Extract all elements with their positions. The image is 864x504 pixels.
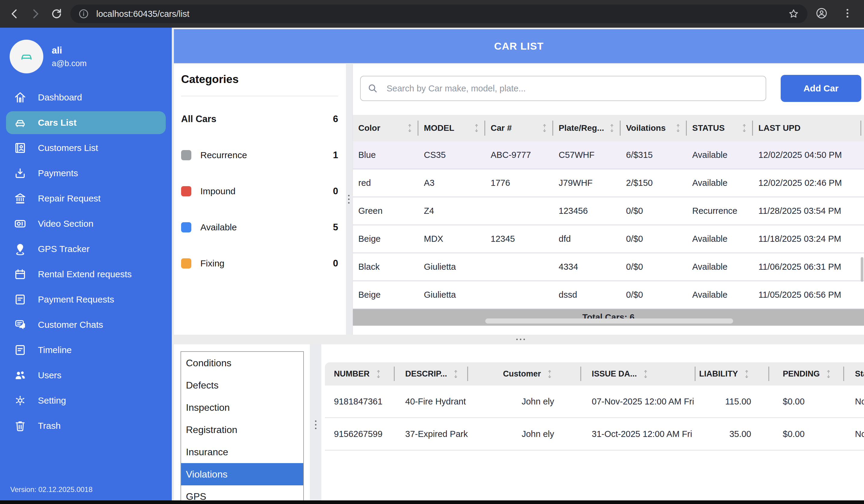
column-header-status[interactable]: STATUS: [687, 115, 753, 142]
sort-icon[interactable]: [674, 123, 683, 133]
user-profile[interactable]: ali a@b.com: [0, 28, 172, 73]
cars-toolbar: Add Car: [360, 75, 864, 102]
category-fixing[interactable]: Fixing 0: [181, 258, 338, 269]
column-header-plate[interactable]: Plate/Reg...: [553, 115, 621, 142]
column-header-number[interactable]: NUMBER: [325, 362, 395, 385]
cell-pending: $0.00: [769, 385, 844, 417]
sidebar-item-gps-tracker[interactable]: GPS Tracker: [6, 237, 166, 260]
url-text[interactable]: localhost:60435/cars/list: [96, 9, 788, 19]
page-title-band: CAR LIST: [174, 29, 864, 63]
category-available[interactable]: Available 5: [181, 222, 338, 233]
sidebar-item-setting[interactable]: Setting: [6, 389, 166, 412]
horizontal-scrollbar[interactable]: [485, 318, 733, 323]
category-all-cars[interactable]: All Cars 6: [181, 114, 338, 124]
sidebar-item-label: Dashboard: [38, 92, 82, 102]
sort-icon[interactable]: [824, 369, 833, 379]
car-row[interactable]: Blue CS35 ABC-9777 C57WHF 6/$315 Availab…: [353, 142, 864, 169]
browser-menu-icon[interactable]: [841, 7, 854, 21]
reload-icon[interactable]: [50, 7, 63, 21]
category-count: 5: [333, 222, 338, 233]
category-label: Recurrence: [200, 150, 247, 160]
site-info-icon[interactable]: [78, 9, 89, 19]
cell-violations: 0/$0: [621, 225, 687, 253]
available-color-swatch: [181, 222, 191, 232]
column-header-liability[interactable]: LIABILITY: [696, 362, 769, 385]
cell-car-number: [485, 197, 553, 225]
sort-icon[interactable]: [472, 123, 481, 133]
tab-inspection[interactable]: Inspection: [181, 396, 303, 419]
column-header-description[interactable]: DESCRIP...: [395, 362, 468, 385]
cell-last-updated: 12/02/2025 02:46 PM: [753, 169, 861, 197]
column-header-pending[interactable]: PENDING: [769, 362, 844, 385]
cell-color: Beige: [353, 281, 419, 309]
car-row[interactable]: Beige MDX 12345 dfd 0/$0 Available 11/18…: [353, 225, 864, 253]
bookmark-star-icon[interactable]: [788, 8, 800, 20]
sidebar-item-timeline[interactable]: Timeline: [6, 339, 166, 361]
car-search-box[interactable]: [360, 76, 766, 101]
sidebar-item-cars-list[interactable]: Cars List: [6, 111, 166, 134]
sidebar-item-rental-extend[interactable]: Rental Extend requests: [6, 263, 166, 286]
sort-icon[interactable]: [740, 123, 749, 133]
column-header-violations[interactable]: Voilations: [621, 115, 687, 142]
sidebar-item-label: Payments: [38, 168, 78, 178]
sort-icon[interactable]: [641, 369, 650, 379]
violation-row[interactable]: 9181847361 40-Fire Hydrant John ely 07-N…: [325, 385, 864, 418]
detail-resize-handle[interactable]: [314, 420, 317, 429]
sidebar-item-dashboard[interactable]: Dashboard: [6, 86, 166, 109]
section-resize-handle[interactable]: [516, 339, 525, 340]
category-recurrence[interactable]: Recurrence 1: [181, 150, 338, 161]
forward-icon[interactable]: [29, 7, 42, 21]
sort-icon[interactable]: [742, 369, 751, 379]
back-icon[interactable]: [8, 7, 21, 21]
car-row[interactable]: Green Z4 123456 0/$0 Recurrence 11/28/20…: [353, 197, 864, 225]
cell-model: Giulietta: [419, 253, 485, 281]
column-header-color[interactable]: Color: [353, 115, 419, 142]
tab-insurance[interactable]: Insurance: [181, 441, 303, 463]
cell-issue-date: 31-Oct-2025 12:00 AM Fri: [581, 418, 696, 450]
add-car-button[interactable]: Add Car: [781, 75, 861, 102]
profile-icon[interactable]: [815, 7, 828, 21]
column-header-issue-date[interactable]: ISSUE DA...: [581, 362, 696, 385]
column-header-customer[interactable]: Customer: [468, 362, 581, 385]
cell-model: A3: [419, 169, 485, 197]
car-row[interactable]: Beige Giulietta dssd 0/$0 Available 11/0…: [353, 281, 864, 309]
sidebar-item-payments[interactable]: Payments: [6, 162, 166, 185]
sidebar-item-label: Customers List: [38, 143, 98, 153]
car-search-input[interactable]: [387, 84, 760, 94]
sidebar-item-customers-list[interactable]: Customers List: [6, 136, 166, 159]
sidebar-item-video-section[interactable]: Video Section: [6, 212, 166, 235]
sidebar-item-payment-requests[interactable]: Payment Requests: [6, 288, 166, 311]
category-impound[interactable]: Impound 0: [181, 186, 338, 197]
car-row[interactable]: Black Giulietta 4334 0/$0 Available 11/0…: [353, 253, 864, 281]
url-bar[interactable]: localhost:60435/cars/list: [70, 4, 807, 23]
column-header-model[interactable]: MODEL: [419, 115, 485, 142]
category-label: Available: [200, 222, 237, 232]
cell-last-updated: 11/28/2025 03:54 PM: [753, 197, 861, 225]
column-header-status[interactable]: Sta: [844, 362, 864, 385]
page-scrollbar[interactable]: [861, 257, 863, 282]
sort-icon[interactable]: [540, 123, 549, 133]
sidebar-item-users[interactable]: Users: [6, 364, 166, 387]
calendar-icon: [13, 267, 27, 281]
panel-resize-handle[interactable]: [347, 195, 350, 204]
sidebar-item-customer-chats[interactable]: Customer Chats: [6, 314, 166, 336]
sidebar-item-repair-request[interactable]: Repair Request: [6, 187, 166, 210]
violation-row[interactable]: 9156267599 37-Expired Parking Meter John…: [325, 418, 864, 451]
gear-icon: [13, 394, 27, 407]
sidebar-item-trash[interactable]: Trash: [6, 414, 166, 437]
cell-violations: 2/$150: [621, 169, 687, 197]
cell-status: Available: [687, 281, 753, 309]
sort-icon[interactable]: [545, 369, 554, 379]
sort-icon[interactable]: [608, 123, 616, 133]
column-header-car-number[interactable]: Car #: [485, 115, 553, 142]
tab-defects[interactable]: Defects: [181, 374, 303, 396]
sort-icon[interactable]: [405, 123, 414, 133]
tab-conditions[interactable]: Conditions: [181, 352, 303, 374]
tab-registration[interactable]: Registration: [181, 419, 303, 441]
screen: localhost:60435/cars/list ali a@b.com: [0, 0, 864, 504]
tab-violations[interactable]: Violations: [181, 463, 303, 485]
car-row[interactable]: red A3 1776 J79WHF 2/$150 Available 12/0…: [353, 169, 864, 197]
sort-icon[interactable]: [451, 369, 460, 379]
sort-icon[interactable]: [374, 369, 383, 379]
column-header-last-updated[interactable]: LAST UPD: [753, 115, 861, 142]
